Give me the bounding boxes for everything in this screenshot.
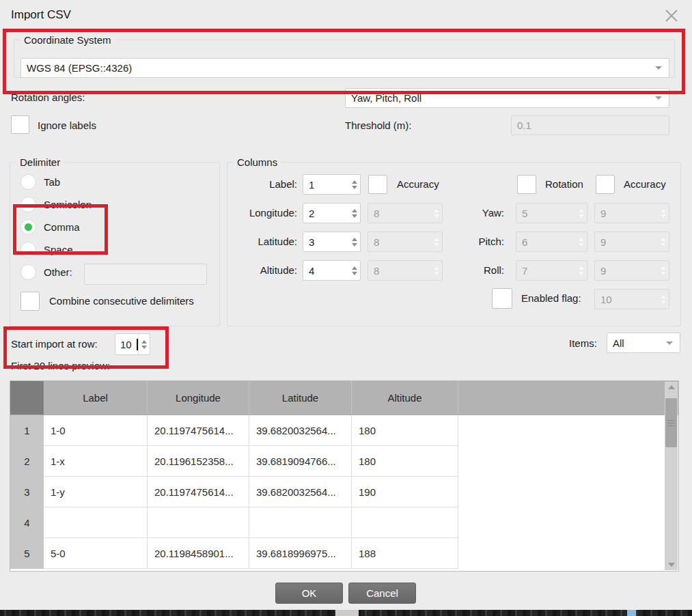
table-cell-filler	[458, 446, 678, 477]
longitude-field-label: Longitude:	[232, 207, 297, 219]
yaw-field-label: Yaw:	[444, 207, 504, 219]
coordinate-system-value: WGS 84 (EPSG::4326)	[27, 62, 655, 74]
latitude-accuracy-spinner: 8	[368, 232, 443, 252]
ignore-labels-label: Ignore labels	[38, 120, 96, 131]
spinner-up-down-icon	[658, 204, 669, 223]
enabled-flag-label: Enabled flag:	[521, 292, 581, 304]
table-cell: 1-0	[44, 415, 148, 446]
row-header-3: 3	[10, 477, 44, 507]
chevron-down-icon	[655, 66, 662, 70]
roll-column-spinner: 7	[516, 260, 587, 281]
ignore-labels-checkbox[interactable]	[11, 115, 29, 134]
vertical-scrollbar[interactable]	[665, 382, 678, 570]
close-icon[interactable]	[663, 8, 680, 24]
scroll-up-icon[interactable]	[665, 382, 678, 393]
column-header-filler	[458, 381, 678, 415]
altitude-field-label: Altitude:	[232, 264, 297, 276]
latitude-column-spinner[interactable]: 3	[303, 232, 361, 252]
threshold-value: 0.1	[517, 120, 531, 131]
row-header-4: 4	[10, 507, 44, 538]
spinner-up-down-icon[interactable]	[349, 175, 360, 194]
scrollbar-thumb[interactable]	[665, 398, 677, 447]
items-label: Items:	[569, 337, 597, 349]
pitch-column-spinner: 6	[516, 232, 587, 252]
table-cell: 180	[352, 446, 458, 477]
label-column-spinner[interactable]: 1	[303, 174, 361, 195]
items-value: All	[613, 337, 666, 349]
start-import-spinner[interactable]: 10	[115, 333, 150, 355]
spinner-up-down-icon	[431, 232, 442, 251]
start-import-label: Start import at row:	[11, 338, 98, 350]
roll-field-label: Roll:	[444, 264, 504, 276]
combine-delimiters-label: Combine consecutive delimiters	[49, 295, 194, 307]
chevron-down-icon	[655, 96, 662, 100]
radio-semicolon[interactable]	[20, 197, 36, 212]
enabled-flag-checkbox[interactable]	[492, 288, 512, 309]
table-cell: 20.1197475614...	[148, 477, 249, 507]
rotation-angles-label: Rotation angles:	[11, 92, 85, 103]
scroll-down-icon[interactable]	[665, 559, 678, 570]
table-cell: 20.1197475614...	[148, 415, 249, 446]
spinner-up-down-icon[interactable]	[138, 334, 150, 354]
accuracy-checkbox[interactable]	[368, 175, 387, 194]
row-header-1: 1	[10, 415, 44, 446]
longitude-column-spinner[interactable]: 2	[303, 203, 361, 223]
radio-other[interactable]	[20, 264, 36, 280]
threshold-label: Threshold (m):	[345, 120, 412, 131]
accuracy-label: Accuracy	[397, 178, 439, 190]
radio-tab[interactable]	[20, 174, 36, 190]
import-csv-dialog: Import CSV Coordinate System WGS 84 (EPS…	[0, 0, 692, 616]
radio-other-label: Other:	[44, 266, 72, 278]
table-cell	[352, 507, 458, 538]
row-header-2: 2	[10, 446, 44, 477]
radio-space[interactable]	[20, 242, 36, 257]
spinner-up-down-icon	[431, 204, 442, 223]
rotation-accuracy-checkbox[interactable]	[596, 175, 615, 194]
table-corner-cell	[10, 381, 44, 415]
cancel-button[interactable]: Cancel	[348, 583, 416, 604]
table-cell-filler	[458, 507, 678, 538]
table-cell: 39.6820032564...	[249, 415, 352, 446]
label-field-label: Label:	[232, 178, 297, 190]
table-cell: 39.6820032564...	[249, 477, 352, 507]
rotation-label: Rotation	[545, 178, 583, 190]
spinner-up-down-icon[interactable]	[349, 232, 360, 251]
rotation-checkbox[interactable]	[517, 175, 536, 194]
spinner-up-down-icon	[658, 290, 669, 309]
altitude-column-spinner[interactable]: 4	[303, 260, 361, 281]
column-header-latitude[interactable]: Latitude	[249, 381, 352, 415]
spinner-up-down-icon	[658, 232, 669, 251]
pitch-field-label: Pitch:	[444, 236, 504, 247]
background-window-sliver	[0, 610, 692, 616]
columns-group-label: Columns	[234, 156, 281, 168]
yaw-accuracy-spinner: 9	[594, 203, 669, 223]
table-cell-filler	[458, 477, 678, 507]
spinner-up-down-icon	[576, 204, 587, 223]
table-cell: 190	[352, 477, 458, 507]
column-header-longitude[interactable]: Longitude	[148, 381, 249, 415]
dialog-title: Import CSV	[11, 8, 71, 22]
column-header-label[interactable]: Label	[44, 381, 148, 415]
table-cell: 188	[352, 538, 458, 569]
rotation-angles-select[interactable]: Yaw, Pitch, Roll	[345, 88, 669, 108]
combine-delimiters-checkbox[interactable]	[20, 292, 40, 311]
threshold-input: 0.1	[511, 115, 669, 135]
altitude-accuracy-spinner: 8	[368, 260, 443, 281]
items-select[interactable]: All	[607, 333, 680, 353]
preview-table: Label Longitude Latitude Altitude 1 1-0 …	[10, 380, 679, 572]
yaw-column-spinner: 5	[516, 203, 587, 223]
spinner-up-down-icon[interactable]	[349, 204, 360, 223]
column-header-altitude[interactable]: Altitude	[352, 381, 458, 415]
ok-button[interactable]: OK	[275, 583, 343, 604]
radio-comma[interactable]	[20, 219, 36, 235]
latitude-field-label: Latitude:	[232, 236, 297, 247]
coordinate-system-select[interactable]: WGS 84 (EPSG::4326)	[20, 58, 669, 78]
coordinate-system-group-label: Coordinate System	[20, 34, 115, 46]
spinner-up-down-icon[interactable]	[349, 261, 360, 280]
rotation-accuracy-label: Accuracy	[624, 178, 666, 190]
table-cell: 1-x	[44, 446, 148, 477]
other-delimiter-input[interactable]	[84, 264, 207, 285]
table-cell: 20.1196152358...	[148, 446, 249, 477]
table-cell	[148, 507, 249, 538]
table-cell	[44, 507, 148, 538]
